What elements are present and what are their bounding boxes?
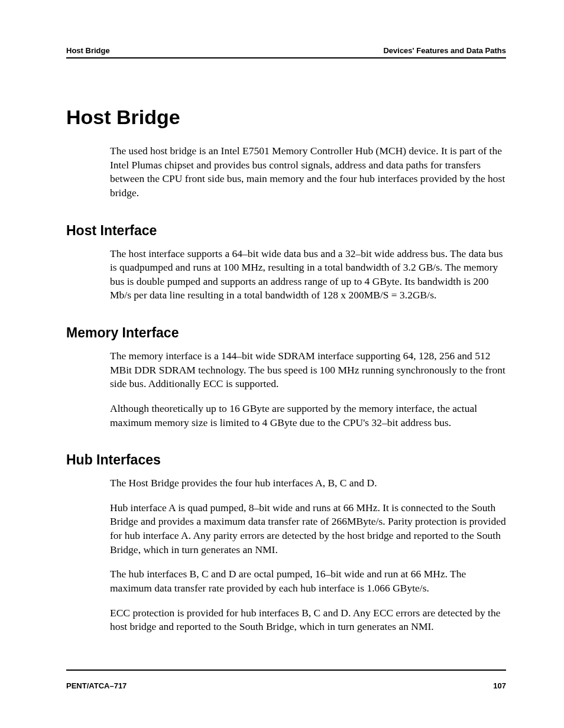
section-title: Host Bridge [66,106,506,129]
host-interface-title: Host Interface [66,223,506,239]
hub-interfaces-p3: The hub interfaces B, C and D are octal … [110,567,506,595]
hub-interfaces-title: Hub Interfaces [66,452,506,468]
hub-interfaces-p4: ECC protection is provided for hub inter… [110,606,506,634]
page-footer: PENT/ATCA–717 107 [66,670,506,690]
footer-page-number: 107 [493,681,506,690]
hub-interfaces-p1: The Host Bridge provides the four hub in… [110,476,506,490]
document-page: Host Bridge Devices' Features and Data P… [0,0,564,634]
memory-interface-title: Memory Interface [66,325,506,341]
footer-left: PENT/ATCA–717 [66,681,127,690]
memory-interface-p1: The memory interface is a 144–bit wide S… [110,349,506,391]
hub-interfaces-p2: Hub interface A is quad pumped, 8–bit wi… [110,501,506,557]
page-header: Host Bridge Devices' Features and Data P… [66,46,506,58]
memory-interface-p2: Although theoretically up to 16 GByte ar… [110,402,506,430]
host-interface-p1: The host interface supports a 64–bit wid… [110,247,506,303]
header-left: Host Bridge [66,46,110,55]
intro-paragraph: The used host bridge is an Intel E7501 M… [110,144,506,200]
header-right: Devices' Features and Data Paths [383,46,506,55]
